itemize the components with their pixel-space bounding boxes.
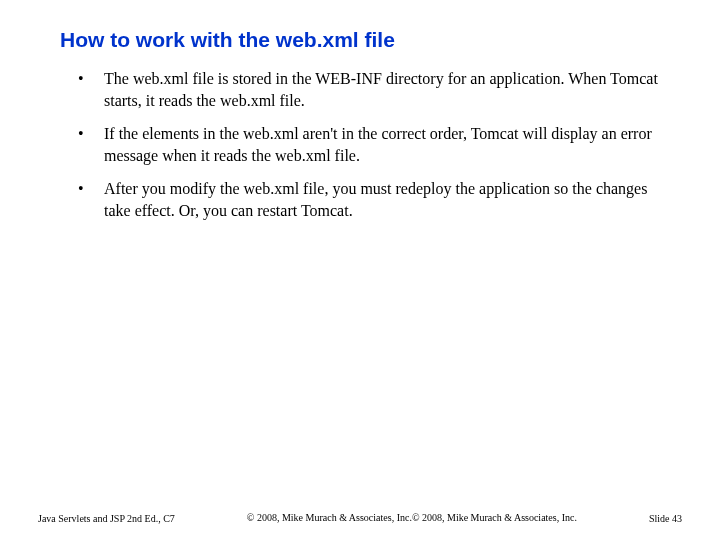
footer-right: Slide 43 (649, 513, 682, 524)
footer-left: Java Servlets and JSP 2nd Ed., C7 (38, 513, 175, 524)
slide-title: How to work with the web.xml file (60, 28, 660, 52)
list-item: After you modify the web.xml file, you m… (78, 178, 660, 221)
bullet-list: The web.xml file is stored in the WEB-IN… (60, 68, 660, 222)
list-item: If the elements in the web.xml aren't in… (78, 123, 660, 166)
footer-center: © 2008, Mike Murach & Associates, Inc.© … (175, 512, 649, 524)
list-item: The web.xml file is stored in the WEB-IN… (78, 68, 660, 111)
slide: How to work with the web.xml file The we… (0, 0, 720, 540)
footer: Java Servlets and JSP 2nd Ed., C7 © 2008… (0, 512, 720, 524)
